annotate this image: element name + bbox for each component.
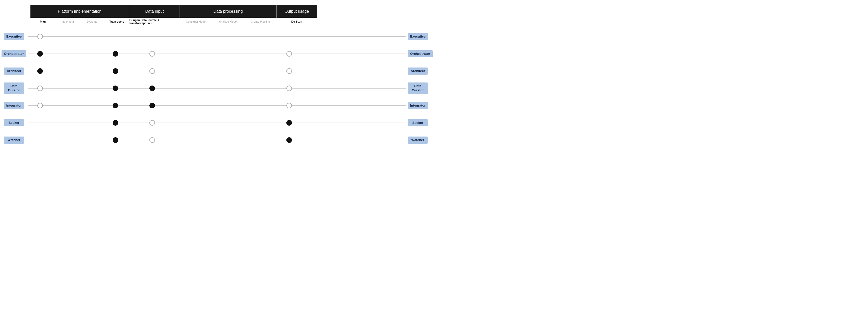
role-label-left: Architect	[0, 67, 28, 75]
role-label-right: Watcher	[406, 136, 434, 144]
role-badge-right: Watcher	[408, 136, 428, 144]
filled-dot	[37, 51, 43, 57]
subheader-dostuff: Do Stuff	[277, 18, 317, 25]
empty-dot	[286, 51, 292, 57]
role-label-right: Seeker	[406, 119, 434, 127]
empty-dot	[286, 68, 292, 74]
role-badge-right: Executive	[408, 33, 428, 40]
role-label-left: Watcher	[0, 136, 28, 144]
role-row: Data CuratorData Curator	[0, 80, 434, 97]
role-label-left: Orchestrator	[0, 50, 28, 58]
role-label-right: Integrator	[406, 102, 434, 110]
phase-data-processing: Data processing	[180, 5, 277, 18]
role-badge-right: Orchestrator	[408, 50, 433, 58]
subheader-plan: Plan	[30, 18, 55, 25]
role-line	[28, 123, 406, 123]
rows-area: ExecutiveExecutiveOrchestratorOrchestrat…	[0, 28, 434, 149]
role-badge: Orchestrator	[2, 50, 27, 58]
empty-dot	[149, 120, 155, 126]
empty-dot	[37, 34, 43, 39]
role-badge-right: Data Curator	[408, 83, 428, 94]
filled-dot	[149, 103, 155, 109]
empty-dot	[149, 51, 155, 57]
role-badge: Data Curator	[4, 83, 24, 94]
filled-dot	[149, 86, 155, 91]
empty-dot	[286, 103, 292, 109]
role-row: OrchestratorOrchestrator	[0, 45, 434, 62]
role-label-left: Integrator	[0, 102, 28, 110]
role-badge: Executive	[4, 33, 24, 40]
empty-dot	[37, 86, 43, 91]
subheader-analyze: Analyze Model	[212, 18, 244, 25]
empty-dot	[149, 137, 155, 143]
role-row: SeekerSeeker	[0, 114, 434, 131]
role-badge: Watcher	[4, 136, 24, 144]
role-row: IntegratorIntegrator	[0, 97, 434, 114]
phase-output: Output usage	[277, 5, 317, 18]
role-line	[28, 105, 406, 106]
role-badge-right: Architect	[408, 67, 428, 75]
role-line	[28, 36, 406, 37]
role-label-right: Orchestrator	[406, 50, 434, 58]
role-label-left: Data Curator	[0, 83, 28, 94]
subheader-train: Train users	[104, 18, 129, 25]
role-badge-right: Integrator	[408, 102, 428, 110]
subheader-create: Create Pipeline	[244, 18, 277, 25]
phase-header: Platform implementation Data input Data …	[30, 5, 429, 18]
role-row: WatcherWatcher	[0, 131, 434, 149]
role-badge-right: Seeker	[408, 119, 428, 127]
role-label-right: Architect	[406, 67, 434, 75]
role-label-left: Executive	[0, 33, 28, 40]
subheader-construct: Construct Model	[180, 18, 212, 25]
subheader-bring: Bring In Data (curate + transform/parse)	[129, 18, 180, 25]
role-row: ArchitectArchitect	[0, 62, 434, 80]
filled-dot	[286, 137, 292, 143]
filled-dot	[113, 68, 118, 74]
empty-dot	[37, 103, 43, 109]
role-badge: Seeker	[4, 119, 24, 127]
filled-dot	[113, 137, 118, 143]
role-line	[28, 54, 406, 54]
role-line	[28, 71, 406, 71]
filled-dot	[113, 120, 118, 126]
subheader-row: Plan Implement Evaluate Train users Brin…	[30, 18, 429, 25]
chart-container: Platform implementation Data input Data …	[0, 0, 434, 149]
filled-dot	[113, 86, 118, 91]
role-label-left: Seeker	[0, 119, 28, 127]
filled-dot	[286, 120, 292, 126]
role-line	[28, 88, 406, 89]
subheader-evaluate: Evaluate	[80, 18, 104, 25]
role-row: ExecutiveExecutive	[0, 28, 434, 45]
subheader-implement: Implement	[55, 18, 80, 25]
role-line	[28, 140, 406, 140]
filled-dot	[37, 68, 43, 74]
filled-dot	[113, 103, 118, 109]
phase-data-input: Data input	[129, 5, 180, 18]
role-badge: Integrator	[4, 102, 24, 110]
empty-dot	[286, 86, 292, 91]
phase-platform: Platform implementation	[30, 5, 129, 18]
empty-dot	[149, 68, 155, 74]
filled-dot	[113, 51, 118, 57]
role-label-right: Executive	[406, 33, 434, 40]
role-label-right: Data Curator	[406, 83, 434, 94]
role-badge: Architect	[4, 67, 24, 75]
